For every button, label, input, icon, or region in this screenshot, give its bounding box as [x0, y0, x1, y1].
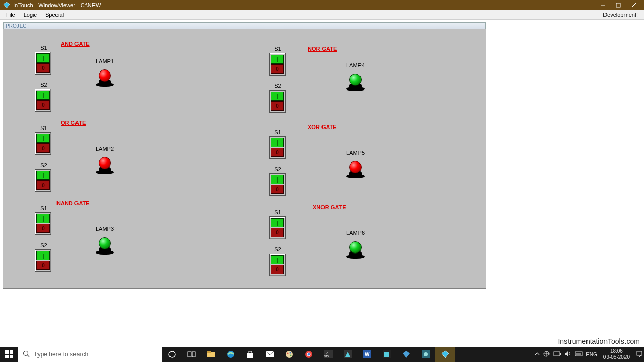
chrome-icon[interactable]: [299, 347, 318, 362]
lamp-3: [94, 234, 115, 255]
switch-label-xnor-s2: S2: [270, 246, 286, 252]
svg-marker-39: [442, 351, 449, 358]
svg-point-26: [308, 353, 310, 356]
intouch-taskbar-icon[interactable]: [435, 347, 455, 362]
switch-xnor-s2[interactable]: | 0: [269, 254, 286, 276]
switch-xnor-s1[interactable]: | 0: [269, 216, 286, 239]
edge-icon[interactable]: [221, 347, 240, 362]
switch-label-nor-s2: S2: [270, 83, 286, 89]
gate-title-and: AND GATE: [61, 41, 90, 47]
switch-and-s1[interactable]: | 0: [35, 52, 51, 75]
task-view-icon[interactable]: [182, 347, 201, 362]
svg-text:TIA: TIA: [324, 351, 328, 354]
start-button[interactable]: [0, 347, 18, 362]
minimize-button[interactable]: [596, 1, 610, 10]
panel-header: PROJECT: [3, 22, 486, 29]
gate-title-or: OR GATE: [61, 120, 86, 126]
svg-point-11: [169, 351, 175, 357]
switch-label-or-s1: S1: [36, 125, 51, 131]
switch-nor-s2[interactable]: | 0: [269, 90, 286, 113]
network-icon[interactable]: [543, 351, 550, 358]
gate-title-nor: NOR GATE: [308, 46, 337, 52]
paint-icon[interactable]: [279, 347, 299, 362]
lamp-label-6: LAMP6: [346, 230, 365, 236]
svg-rect-12: [188, 352, 191, 357]
file-explorer-icon[interactable]: [201, 347, 221, 362]
switch-or-s2[interactable]: | 0: [35, 169, 51, 192]
menubar: File Logic Special Development!: [0, 10, 644, 20]
lamp-1: [94, 66, 115, 87]
watermark: InstrumentationTools.com: [558, 337, 640, 346]
gate-title-xor: XOR GATE: [308, 124, 337, 130]
switch-nand-s1[interactable]: | 0: [35, 212, 51, 235]
word-icon[interactable]: W: [357, 347, 377, 362]
volume-icon[interactable]: [564, 351, 572, 358]
switch-or-s1[interactable]: | 0: [35, 132, 51, 155]
close-button[interactable]: [627, 1, 641, 10]
svg-rect-44: [560, 353, 561, 355]
switch-label-and-s1: S1: [36, 45, 51, 51]
switch-state-off: 0: [36, 63, 50, 73]
switch-label-and-s2: S2: [36, 82, 51, 88]
tia-portal-icon[interactable]: TIAV15: [318, 347, 338, 362]
svg-rect-6: [10, 350, 13, 354]
svg-point-23: [290, 355, 292, 356]
app-icon-2[interactable]: [377, 347, 396, 362]
app-icon: [3, 2, 10, 9]
store-icon[interactable]: [240, 347, 260, 362]
lamp-label-3: LAMP3: [96, 226, 114, 232]
taskbar: Type here to search TIAV15 W: [0, 347, 644, 362]
search-placeholder: Type here to search: [34, 351, 88, 358]
switch-label-nand-s1: S1: [36, 205, 51, 211]
battery-icon[interactable]: [553, 351, 561, 357]
lamp-5: [345, 158, 366, 178]
svg-rect-15: [207, 351, 211, 353]
switch-nand-s2[interactable]: | 0: [35, 249, 51, 272]
svg-point-21: [287, 353, 289, 354]
keyboard-icon[interactable]: [575, 351, 583, 357]
menu-file[interactable]: File: [2, 12, 20, 18]
lamp-6: [345, 238, 366, 259]
switch-and-s2[interactable]: | 0: [35, 89, 51, 112]
svg-point-22: [290, 352, 291, 354]
app-icon-4[interactable]: [416, 347, 435, 362]
svg-rect-7: [5, 355, 9, 358]
tray-expand-icon[interactable]: [535, 351, 540, 357]
switch-label-or-s2: S2: [36, 162, 51, 168]
switch-label-xor-s1: S1: [270, 129, 286, 135]
svg-marker-45: [565, 351, 568, 356]
lamp-label-5: LAMP5: [346, 150, 365, 156]
switch-nor-s1[interactable]: | 0: [269, 53, 286, 76]
switch-label-xor-s2: S2: [270, 166, 286, 172]
app-icon-3[interactable]: [396, 347, 416, 362]
lamp-label-1: LAMP1: [96, 58, 114, 64]
gate-title-xnor: XNOR GATE: [313, 204, 346, 210]
maximize-button[interactable]: [611, 1, 626, 10]
svg-rect-43: [554, 352, 560, 356]
project-panel: PROJECT AND GATE S1 | 0 S2 | 0 LAMP1 OR …: [3, 22, 486, 289]
svg-text:W: W: [365, 352, 370, 357]
svg-point-9: [24, 351, 28, 355]
menu-special[interactable]: Special: [41, 12, 68, 18]
switch-xor-s1[interactable]: | 0: [269, 136, 286, 159]
notifications-icon[interactable]: [636, 350, 643, 358]
cortana-icon[interactable]: [162, 347, 182, 362]
menu-logic[interactable]: Logic: [20, 12, 41, 18]
search-box[interactable]: Type here to search: [18, 347, 162, 362]
clock-time: 18:06: [603, 348, 630, 354]
clock[interactable]: 18:06 09-05-2020: [600, 348, 633, 360]
language-indicator[interactable]: ENG: [586, 352, 597, 357]
window-titlebar: InTouch - WindowViewer - C:\NEW: [0, 0, 644, 10]
lamp-2: [94, 154, 115, 174]
svg-rect-49: [637, 351, 642, 355]
svg-point-38: [424, 352, 428, 356]
svg-rect-5: [5, 350, 9, 354]
switch-label-nand-s2: S2: [36, 242, 51, 248]
mail-icon[interactable]: [260, 347, 279, 362]
svg-marker-0: [4, 2, 10, 8]
clock-date: 09-05-2020: [603, 354, 630, 360]
switch-xor-s2[interactable]: | 0: [269, 173, 286, 196]
app-icon-1[interactable]: [338, 347, 357, 362]
svg-text:V15: V15: [324, 355, 329, 358]
lamp-label-4: LAMP4: [346, 62, 365, 68]
